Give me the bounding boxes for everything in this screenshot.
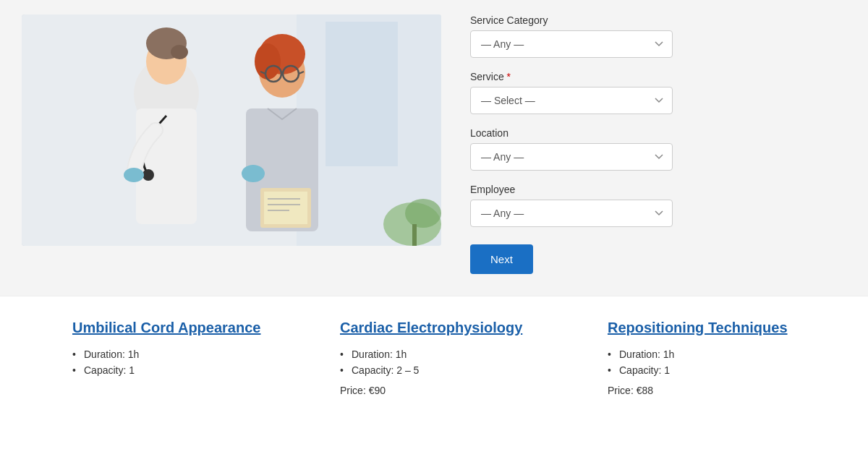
service-title-2[interactable]: Cardiac Electrophysiology — [340, 318, 579, 337]
top-section: Service Category — Any — Service * — Sel… — [0, 0, 868, 296]
service-group: Service * — Select — — [470, 71, 846, 114]
required-marker: * — [507, 71, 511, 82]
service-title-3[interactable]: Repositioning Techniques — [608, 318, 846, 337]
service-card-1: Umbilical Cord Appearance Duration: 1h C… — [72, 318, 340, 396]
hero-image — [22, 14, 441, 246]
services-section: Umbilical Cord Appearance Duration: 1h C… — [0, 296, 868, 411]
service-duration-1: Duration: 1h — [72, 348, 311, 360]
service-price-3: Price: €88 — [608, 385, 846, 396]
service-details-3: Duration: 1h Capacity: 1 — [608, 348, 846, 376]
service-duration-3: Duration: 1h — [608, 348, 846, 360]
svg-rect-23 — [264, 192, 307, 224]
hero-image-container — [22, 14, 441, 246]
service-details-1: Duration: 1h Capacity: 1 — [72, 348, 311, 376]
location-label: Location — [470, 127, 846, 139]
service-category-group: Service Category — Any — — [470, 14, 846, 58]
next-button[interactable]: Next — [470, 244, 533, 274]
service-card-3: Repositioning Techniques Duration: 1h Ca… — [608, 318, 846, 396]
svg-rect-5 — [412, 224, 417, 246]
employee-group: Employee — Any — — [470, 184, 846, 227]
service-title-1[interactable]: Umbilical Cord Appearance — [72, 318, 311, 337]
svg-rect-2 — [326, 22, 398, 166]
svg-point-27 — [242, 165, 265, 182]
service-category-select[interactable]: — Any — — [470, 30, 673, 58]
svg-point-11 — [142, 169, 154, 181]
employee-select[interactable]: — Any — — [470, 200, 673, 227]
location-group: Location — Any — — [470, 127, 846, 171]
svg-point-12 — [124, 168, 144, 182]
service-capacity-2: Capacity: 2 – 5 — [340, 364, 579, 376]
service-duration-2: Duration: 1h — [340, 348, 579, 360]
svg-point-15 — [255, 43, 281, 80]
service-label: Service * — [470, 71, 846, 82]
service-details-2: Duration: 1h Capacity: 2 – 5 — [340, 348, 579, 376]
service-capacity-1: Capacity: 1 — [72, 364, 311, 376]
service-price-2: Price: €90 — [340, 385, 579, 396]
service-capacity-3: Capacity: 1 — [608, 364, 846, 376]
service-card-2: Cardiac Electrophysiology Duration: 1h C… — [340, 318, 608, 396]
booking-form: Service Category — Any — Service * — Sel… — [470, 14, 846, 274]
location-select[interactable]: — Any — — [470, 143, 673, 171]
employee-label: Employee — [470, 184, 846, 195]
service-category-label: Service Category — [470, 14, 846, 26]
svg-point-4 — [405, 199, 441, 228]
service-select[interactable]: — Select — — [470, 87, 673, 114]
svg-point-9 — [171, 45, 188, 59]
